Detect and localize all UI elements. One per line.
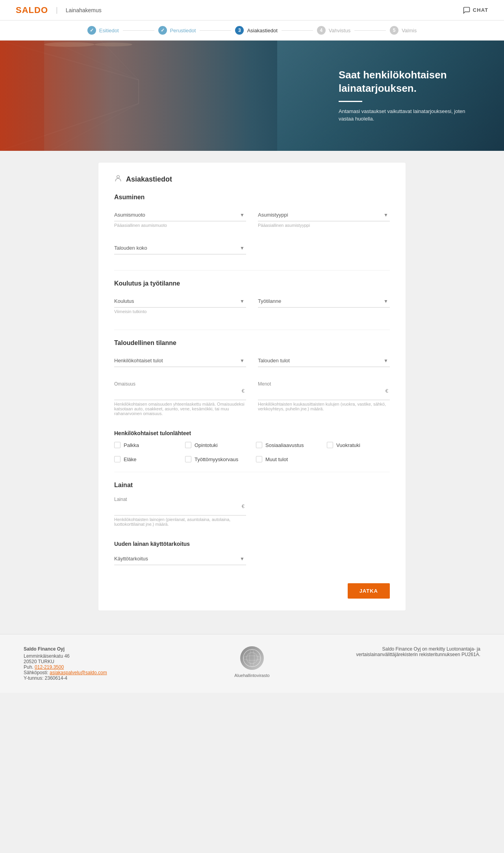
omaisuus-input[interactable]: [114, 388, 246, 400]
koulutus-title: Koulutus ja työtilanne: [114, 280, 390, 287]
step-line-2: [200, 30, 231, 31]
person-icon: [114, 174, 122, 184]
koulutus-select[interactable]: Koulutus: [114, 295, 246, 308]
footer-right: Saldo Finance Oyj on merkitty Luotonanta…: [328, 646, 480, 657]
header-left: SALDO | Lainahakemus: [16, 5, 102, 15]
checkbox-placeholder: [327, 456, 390, 462]
kayttotarkoitus-col: Käyttötarkoitus ▼: [114, 553, 246, 571]
talouden-koko-select[interactable]: Talouden koko: [114, 242, 246, 254]
talouden-koko-group: Talouden koko ▼: [114, 242, 246, 254]
sosiaaliaavustus-box: [256, 442, 262, 448]
footer-logo-label: Aluehallintovirasto: [234, 673, 269, 678]
talous-tulot-select[interactable]: Talouden tulot: [258, 354, 390, 367]
chat-icon: [463, 6, 471, 14]
tyottomyyskorvaus-checkbox[interactable]: Työttömyyskorvaus: [185, 456, 248, 462]
step-5[interactable]: 5 Valmis: [390, 26, 417, 35]
asumismuoto-select[interactable]: Asumismuoto: [114, 209, 246, 221]
omaisuus-hint: Henkilökohtaisen omaisuuden yhteenlasket…: [114, 402, 246, 416]
sosiaaliaavustus-checkbox[interactable]: Sosiaaliaavustus: [256, 442, 319, 448]
asumismuoto-group: Asumismuoto ▼ Pääasiallinen asumismuoto: [114, 209, 246, 228]
koulutus-row: Koulutus ▼ Viimeisin tutkinto Työtilanne…: [114, 295, 390, 320]
tyottomyyskorvaus-box: [185, 456, 191, 462]
kayttotarkoitus-select[interactable]: Käyttötarkoitus: [114, 553, 246, 565]
tyotilanne-select[interactable]: Työtilanne: [258, 295, 390, 308]
asumistyyppi-select[interactable]: Asumistyyppi: [258, 209, 390, 221]
step-4[interactable]: 4 Vahvistus: [317, 26, 350, 35]
henkilo-tulot-select[interactable]: Henkilökohtaiset tulot: [114, 354, 246, 367]
kayttotarkoitus-section-title: Uuden lainan käyttötarkoitus: [114, 541, 390, 547]
talouden-koko-wrap: Talouden koko ▼: [114, 242, 246, 254]
asuminen-title: Asuminen: [114, 194, 390, 201]
menot-label: Menot: [258, 381, 390, 387]
footer-email-label: Sähköposti:: [24, 670, 48, 675]
kayttotarkoitus-wrap: Käyttötarkoitus ▼: [114, 553, 246, 565]
tulot-row: Henkilökohtaiset tulot ▼ Talouden tulot …: [114, 354, 390, 373]
vuokratuki-label: Vuokratuki: [336, 442, 360, 448]
palkka-checkbox[interactable]: Palkka: [114, 442, 177, 448]
henkilo-tulot-group: Henkilökohtaiset tulot ▼: [114, 354, 246, 367]
vuokratuki-checkbox[interactable]: Vuokratuki: [327, 442, 390, 448]
footer-ytunnus: Y-tunnus: 2360614-4: [24, 675, 176, 681]
omaisuus-group: Omaisuus € Henkilökohtaisen omaisuuden y…: [114, 381, 246, 416]
talous-tulot-col: Talouden tulot ▼: [258, 354, 390, 373]
step-1-circle: ✓: [87, 26, 96, 35]
form-card: Asiakastiedot Asuminen Asumismuoto ▼ Pää…: [98, 163, 406, 610]
muut-tulot-checkbox[interactable]: Muut tulot: [256, 456, 319, 462]
step-4-label: Vahvistus: [329, 28, 350, 33]
asumistyyppi-col: Asumistyyppi ▼ Pääasiallinen asumistyypp…: [258, 209, 390, 234]
lainat-input[interactable]: [114, 503, 246, 516]
asumistyyppi-wrap: Asumistyyppi ▼: [258, 209, 390, 221]
opintotuki-checkbox[interactable]: Opintotuki: [185, 442, 248, 448]
elake-box: [114, 456, 120, 462]
hero-subtext: Antamasi vastaukset vaikuttavat lainatar…: [339, 108, 472, 123]
palkka-label: Palkka: [124, 442, 139, 448]
divider-2: [114, 330, 390, 330]
step-line-4: [354, 30, 386, 31]
chat-button[interactable]: CHAT: [463, 6, 488, 14]
vuokratuki-box: [327, 442, 333, 448]
lainat-group: Lainat € Henkilökohtaisten lainojen (pie…: [114, 497, 246, 527]
header-divider: |: [56, 6, 58, 14]
koulutus-col: Koulutus ▼ Viimeisin tutkinto: [114, 295, 246, 320]
step-2-circle: ✓: [158, 26, 167, 35]
footer-address: Lemminkäisenkatu 46: [24, 653, 176, 659]
step-3[interactable]: 3 Asiakastiedot: [235, 26, 277, 35]
tyottomyyskorvaus-label: Työttömyyskorvaus: [195, 456, 238, 462]
elake-checkbox[interactable]: Eläke: [114, 456, 177, 462]
asuminen-row-1: Asumismuoto ▼ Pääasiallinen asumismuoto …: [114, 209, 390, 234]
lainat-title: Lainat: [114, 482, 390, 489]
svg-point-10: [117, 176, 120, 178]
svg-point-13: [250, 649, 254, 667]
step-1[interactable]: ✓ Esitiedot: [87, 26, 119, 35]
footer-center: Aluehallintovirasto: [176, 646, 328, 678]
empty-col-1: [258, 242, 390, 261]
form-section-title: Asiakastiedot: [126, 175, 172, 184]
talous-tulot-group: Talouden tulot ▼: [258, 354, 390, 367]
koulutus-hint: Viimeisin tutkinto: [114, 309, 246, 314]
step-2[interactable]: ✓ Perustiedot: [158, 26, 196, 35]
footer-email-row: Sähköposti: asiakaspalvelu@saldo.com: [24, 670, 176, 675]
muut-tulot-label: Muut tulot: [265, 456, 288, 462]
step-5-label: Valmis: [402, 28, 417, 33]
henkilo-tulot-col: Henkilökohtaiset tulot ▼: [114, 354, 246, 373]
lainat-euro: €: [242, 503, 245, 509]
svg-point-12: [246, 653, 258, 664]
tulonlahteet-row-1: Palkka Opintotuki Sosiaaliaavustus Vuokr…: [114, 442, 390, 448]
footer-phone-label: Puh.: [24, 664, 33, 670]
footer-email[interactable]: asiakaspalvelu@saldo.com: [50, 670, 107, 675]
jatka-button[interactable]: JATKA: [348, 583, 390, 599]
aluehallintovirasto-logo: [240, 646, 264, 670]
hero-banner: Saat henkilökohtaisen lainatarjouksen. A…: [0, 41, 504, 151]
omaisuus-label: Omaisuus: [114, 381, 246, 387]
menot-input[interactable]: [258, 388, 390, 400]
hero-heading: Saat henkilökohtaisen lainatarjouksen.: [339, 69, 472, 95]
elake-label: Eläke: [124, 456, 137, 462]
footer-phone[interactable]: 012-219.3500: [35, 664, 64, 670]
step-1-label: Esitiedot: [99, 28, 119, 33]
footer-company: Saldo Finance Oyj: [24, 646, 176, 652]
header: SALDO | Lainahakemus CHAT: [0, 0, 504, 20]
progress-bar: ✓ Esitiedot ✓ Perustiedot 3 Asiakastiedo…: [0, 20, 504, 41]
menot-wrap: Menot €: [258, 381, 390, 400]
footer-left: Saldo Finance Oyj Lemminkäisenkatu 46 20…: [24, 646, 176, 681]
menot-col: Menot € Henkilökohtaisten kuukausittaist…: [258, 381, 390, 422]
